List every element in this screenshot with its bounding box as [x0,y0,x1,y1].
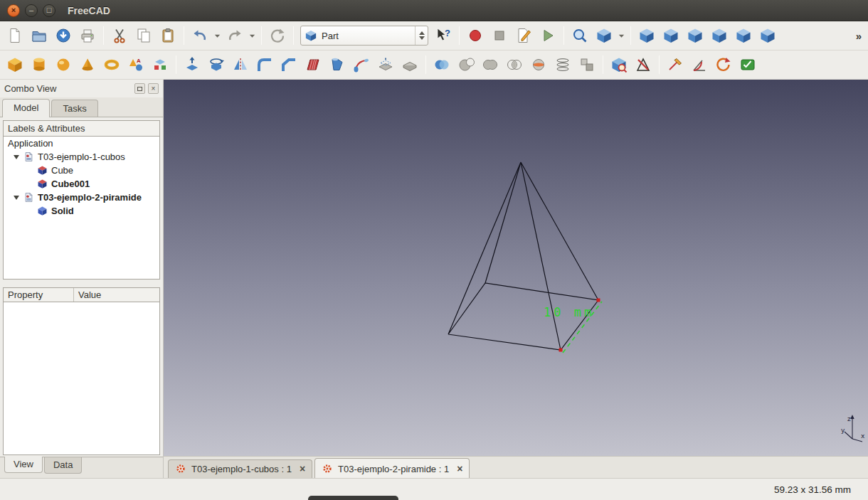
part-check-geometry-button[interactable] [607,54,631,75]
toolbar-separator [459,26,460,45]
workbench-selector[interactable]: Part [300,26,428,46]
redo-button[interactable] [223,25,247,46]
part-measure-toggle-button[interactable] [736,54,760,75]
macro-edit-button[interactable] [512,25,536,46]
part-fillet-button[interactable] [253,54,277,75]
part-chamfer-button[interactable] [277,54,301,75]
part-cut-button[interactable] [454,54,478,75]
3d-viewport[interactable]: 10 mm z y x [164,80,868,456]
part-offset-button[interactable] [374,54,398,75]
tree-item[interactable]: Application [4,137,159,150]
save-button[interactable] [51,25,75,46]
tree-item[interactable]: Solid [4,204,159,218]
tab-close-button[interactable]: × [300,464,305,474]
part-primitives-button[interactable]: A [124,54,148,75]
panel-float-button[interactable] [134,83,145,94]
vertex-marker[interactable] [597,299,600,302]
part-defeaturing-button[interactable] [631,54,655,75]
part-sphere-button[interactable] [51,54,75,75]
doc-icon [23,192,34,203]
undo-button[interactable] [188,25,212,46]
tab-data[interactable]: Data [44,457,82,474]
property-editor[interactable] [3,302,160,455]
cube-red-icon [37,179,48,189]
part-compound-button[interactable] [575,54,599,75]
tree-expander-icon[interactable] [14,196,19,200]
part-cone-button[interactable] [75,54,100,75]
toolbar-separator [293,26,294,45]
part-box-button[interactable] [3,54,27,75]
part-revolve-button[interactable] [204,54,228,75]
combo-spinner-icon[interactable] [415,26,428,45]
macro-record-button[interactable] [463,25,487,46]
tree-item-label: Solid [51,206,74,216]
view-isometric-button[interactable] [635,25,659,46]
part-shape-builder-button[interactable] [148,54,172,75]
paste-button[interactable] [156,25,180,46]
tree-item[interactable]: Cube [4,164,159,177]
axonometric-dropdown[interactable] [616,25,627,46]
window-maximize-button[interactable]: □ [43,4,55,17]
view-top-button[interactable] [683,25,707,46]
toolbar-separator [184,26,184,45]
fit-all-button[interactable] [568,25,592,46]
tab-model[interactable]: Model [2,99,50,117]
part-boolean-button[interactable] [430,54,454,75]
combo-view-title: Combo View [4,83,56,94]
window-minimize-button[interactable]: – [25,4,38,17]
toolbar-separator [563,26,564,45]
copy-button[interactable] [132,25,156,46]
new-document-button[interactable] [3,25,27,46]
part-torus-button[interactable] [100,54,124,75]
open-document-button[interactable] [27,25,51,46]
tab-view[interactable]: View [4,457,43,473]
model-tree[interactable]: ApplicationT03-ejemplo-1-cubosCubeCube00… [3,137,160,280]
part-measure-linear-button[interactable] [663,54,687,75]
tree-item[interactable]: T03-ejemplo-1-cubos [4,150,159,164]
part-common-button[interactable] [502,54,526,75]
document-tab[interactable]: T03-ejemplo-1-cubos : 1× [168,459,312,478]
undo-history-dropdown[interactable] [212,25,223,46]
part-loft-button[interactable] [325,54,349,75]
labels-attributes-header: Labels & Attributes [3,120,160,137]
macro-stop-button[interactable] [487,25,512,46]
tree-item[interactable]: T03-ejemplo-2-piramide [4,191,159,204]
part-sweep-button[interactable] [349,54,374,75]
view-bottom-button[interactable] [756,25,780,46]
part-ruled-surface-button[interactable] [301,54,325,75]
part-cylinder-button[interactable] [27,54,51,75]
part-measure-refresh-button[interactable] [711,54,736,75]
value-column-header[interactable]: Value [74,288,105,302]
part-extrude-button[interactable] [180,54,204,75]
toolbar-extend-button[interactable]: » [852,25,865,46]
part-workbench-icon [305,29,317,42]
print-button[interactable] [75,25,100,46]
macro-execute-button[interactable] [536,25,560,46]
part-cross-sections-button[interactable] [551,54,575,75]
tree-item[interactable]: Cube001 [4,177,159,191]
vertex-marker[interactable] [559,349,563,352]
document-tab[interactable]: T03-ejemplo-2-piramide : 1× [314,458,470,478]
view-rear-button[interactable] [731,25,756,46]
view-front-button[interactable] [659,25,683,46]
window-close-button[interactable]: × [7,4,20,17]
part-measure-angular-button[interactable] [687,54,711,75]
property-column-header[interactable]: Property [4,288,74,302]
view-right-button[interactable] [707,25,731,46]
panel-close-button[interactable]: × [148,83,159,94]
titlebar[interactable]: × – □ FreeCAD [0,0,868,21]
tab-close-button[interactable]: × [457,464,462,474]
tree-expander-icon[interactable] [14,155,19,159]
part-union-button[interactable] [478,54,502,75]
part-section-button[interactable] [526,54,551,75]
axonometric-view-button[interactable] [592,25,616,46]
whats-this-button[interactable]: ? [431,25,455,46]
tab-tasks[interactable]: Tasks [51,100,97,117]
redo-history-dropdown[interactable] [247,25,258,46]
panel-splitter[interactable] [0,280,163,287]
refresh-button[interactable] [265,25,290,46]
toolbar-separator [176,55,176,74]
cut-button[interactable] [107,25,132,46]
part-thickness-button[interactable] [398,54,422,75]
part-mirror-button[interactable] [228,54,253,75]
